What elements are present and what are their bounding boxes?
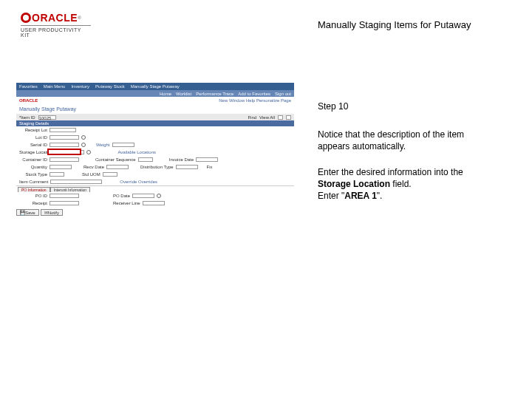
recv-date-label: Recv Date [83, 165, 104, 169]
form-row: Receipt Receiver Line [16, 200, 294, 207]
notify-button[interactable]: ✉ Notify [41, 209, 63, 216]
distrib-label: Distribution Type [140, 165, 174, 169]
brand-logo: ORACLE ® USER PRODUCTIVITY KIT [21, 12, 91, 38]
app-screenshot: Favorites Main Menu Inventory Putaway St… [16, 83, 294, 216]
lot-id-label: Lot ID [19, 135, 47, 140]
calendar-icon[interactable] [157, 194, 161, 198]
distrib-input[interactable] [176, 165, 198, 169]
stock-type-label: Stock Type [19, 172, 47, 177]
container-id-label: Container ID [19, 157, 47, 162]
weight-label: Weight [96, 143, 110, 147]
nav-first-icon[interactable] [278, 115, 283, 120]
menu-item[interactable]: Inventory [71, 84, 89, 89]
menu-item[interactable]: Favorites [19, 84, 38, 89]
recv-date-input[interactable] [106, 165, 129, 169]
receiver-line-label: Receiver Line [113, 201, 140, 205]
find-label[interactable]: Find [248, 115, 256, 120]
invoice-date-label: Invoice Date [169, 157, 194, 162]
po-date-input[interactable] [132, 194, 154, 198]
instruction-para-2: Enter the desired information into the S… [318, 166, 491, 202]
instr2-field: Storage Location [318, 179, 390, 189]
instruction-para-1: Notice that the description of the item … [318, 129, 491, 152]
search-icon[interactable] [81, 143, 86, 147]
container-seq-input[interactable] [138, 157, 153, 162]
stduom-input[interactable] [103, 172, 117, 177]
po-id-label: PO ID [19, 194, 47, 198]
oracle-brand-text: ORACLE [32, 12, 78, 24]
instr3-value: AREA 1 [344, 191, 377, 201]
receipt-label: Receipt [19, 201, 47, 205]
receipt-lot-label: Receipt Lot [19, 128, 47, 132]
storage-loc-label: Storage Location [19, 150, 52, 154]
form-row: Stock Type Std UOM [16, 171, 294, 178]
invoice-date-input[interactable] [196, 157, 218, 162]
stduom-label: Std UOM [82, 172, 100, 177]
submenu-item[interactable]: Home [160, 92, 171, 96]
instr3-c: ". [377, 191, 383, 201]
fix-label: Fix [207, 165, 213, 169]
po-id-input[interactable] [50, 194, 79, 198]
nav-last-icon[interactable] [286, 115, 291, 120]
receipt-input[interactable] [50, 201, 79, 205]
item-bar: *Item ID 10025 Find View All [16, 114, 294, 120]
form-row: Receipt Lot [16, 126, 294, 134]
tab-po-info[interactable]: PO Information [18, 187, 50, 192]
instr2-a: Enter the desired information into the [318, 167, 463, 177]
upk-subline: USER PRODUCTIVITY KIT [21, 25, 91, 38]
instr3-a: Enter " [318, 191, 344, 201]
submenu-item[interactable]: Sign out [275, 92, 291, 96]
submenu-item[interactable]: Worklist [176, 92, 191, 96]
stock-type-input[interactable] [50, 172, 64, 177]
submenu: Home Worklist Performance Trace Add to F… [16, 90, 294, 97]
override-link[interactable]: Override Overrides [120, 180, 157, 184]
po-date-label: PO Date [113, 194, 130, 198]
form-row: Lot ID [16, 134, 294, 141]
serial-id-label: Serial ID [19, 143, 47, 147]
quantity-label: Quantity [19, 165, 47, 169]
menu-item[interactable]: Putaway Stock [95, 84, 125, 89]
tm-icon: ® [78, 16, 81, 20]
tab-row: PO Information Interunit Information [16, 185, 294, 192]
brand-mini: ORACLE [19, 98, 38, 103]
submenu-item[interactable]: Add to Favorites [238, 92, 270, 96]
menu-item[interactable]: Main Menu [44, 84, 66, 89]
menu-item[interactable]: Manually Stage Putaway [131, 84, 180, 89]
receipt-lot-input[interactable] [50, 128, 76, 132]
instr2-c: field. [390, 179, 412, 189]
form-row: Serial ID Weight [16, 141, 294, 149]
oracle-o-icon [21, 13, 31, 23]
tab-interunit-info[interactable]: Interunit Information [50, 187, 90, 192]
topbar: ORACLE New Window Help Personalize Page [16, 97, 294, 104]
save-button[interactable]: 💾 Save [16, 209, 39, 216]
quantity-input[interactable] [50, 165, 72, 169]
search-icon[interactable] [86, 150, 91, 154]
container-id-input[interactable] [50, 157, 79, 162]
item-id-value[interactable]: 10025 [38, 115, 56, 120]
staging-details-header: Staging Details [16, 120, 294, 126]
page-title: Manually Staging Items for Putaway [318, 19, 471, 30]
avail-loc-link[interactable]: Available Locations [117, 150, 156, 154]
container-seq-label: Container Sequence [95, 157, 136, 162]
form-row: Storage Location Available Locations [16, 149, 294, 156]
form-row: Container ID Container Sequence Invoice … [16, 156, 294, 163]
oracle-logo: ORACLE ® [21, 12, 91, 24]
instruction-panel: Step 10 Notice that the description of t… [318, 100, 491, 215]
submenu-item[interactable]: Performance Trace [196, 92, 233, 96]
receiver-line-input[interactable] [143, 201, 165, 205]
menubar: Favorites Main Menu Inventory Putaway St… [16, 83, 294, 90]
form-row: Item Comment Override Overrides [16, 178, 294, 185]
storage-location-input[interactable] [55, 150, 84, 154]
form-row: Quantity Recv Date Distribution Type Fix [16, 163, 294, 171]
item-comment-input[interactable] [50, 180, 102, 184]
toplinks[interactable]: New Window Help Personalize Page [219, 98, 291, 103]
view-all-label[interactable]: View All [259, 115, 275, 120]
weight-input[interactable] [112, 143, 134, 147]
form-row: PO ID PO Date [16, 192, 294, 200]
lot-id-input[interactable] [50, 135, 79, 140]
serial-id-input[interactable] [50, 143, 79, 147]
section-title: Manually Stage Putaway [16, 104, 294, 114]
step-label: Step 10 [318, 100, 491, 112]
item-comment-label: Item Comment [19, 180, 48, 184]
search-icon[interactable] [81, 135, 86, 140]
item-id-label: *Item ID [19, 115, 35, 120]
